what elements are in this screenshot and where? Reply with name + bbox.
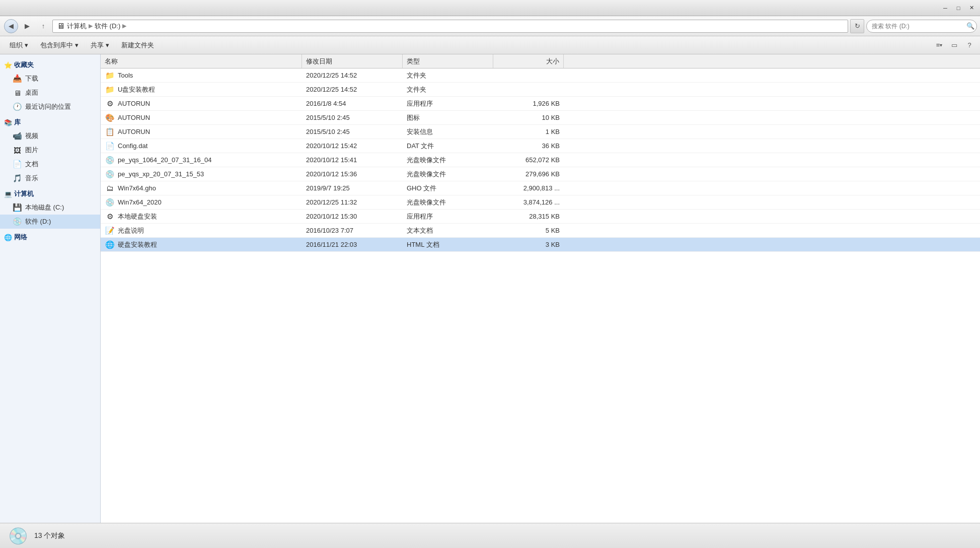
star-icon: ⭐ xyxy=(4,61,12,69)
breadcrumb-computer[interactable]: 计算机 xyxy=(67,22,87,31)
downloads-label: 下载 xyxy=(25,74,38,83)
col-header-type[interactable]: 类型 xyxy=(403,54,493,68)
documents-icon: 📄 xyxy=(12,159,22,169)
view-icon: ≡ xyxy=(936,41,940,49)
file-date-cell: 2020/10/12 15:36 xyxy=(302,167,403,181)
file-icon: ⚙ xyxy=(105,212,115,222)
file-type-cell: 光盘映像文件 xyxy=(403,195,493,209)
file-type-cell: 光盘映像文件 xyxy=(403,153,493,167)
table-row[interactable]: 🌐 硬盘安装教程 2016/11/21 22:03 HTML 文档 3 KB xyxy=(101,238,980,252)
computer-icon: 💻 xyxy=(4,190,12,198)
file-icon: 💿 xyxy=(105,169,115,179)
file-date-cell: 2016/10/23 7:07 xyxy=(302,224,403,237)
status-bar: 💿 13 个对象 xyxy=(0,523,980,548)
file-name-cell: 💿 Win7x64_2020 xyxy=(101,195,302,209)
file-size-cell: 652,072 KB xyxy=(493,153,564,167)
sidebar-computer-title[interactable]: 💻 计算机 xyxy=(0,187,100,200)
up-button[interactable]: ↑ xyxy=(36,19,50,33)
file-date-cell: 2020/12/25 14:52 xyxy=(302,83,403,96)
breadcrumb[interactable]: 🖥 计算机 ▶ 软件 (D:) ▶ xyxy=(52,20,848,33)
back-button[interactable]: ◀ xyxy=(4,19,18,33)
table-row[interactable]: 💿 pe_yqs_1064_20_07_31_16_04 2020/10/12 … xyxy=(101,153,980,167)
share-button[interactable]: 共享 ▾ xyxy=(85,38,115,52)
table-row[interactable]: 📁 Tools 2020/12/25 14:52 文件夹 xyxy=(101,68,980,83)
table-row[interactable]: 📁 U盘安装教程 2020/12/25 14:52 文件夹 xyxy=(101,83,980,97)
table-row[interactable]: ⚙ AUTORUN 2016/1/8 4:54 应用程序 1,926 KB xyxy=(101,97,980,111)
organize-button[interactable]: 组织 ▾ xyxy=(4,38,34,52)
file-icon: 📁 xyxy=(105,71,115,81)
table-row[interactable]: 🎨 AUTORUN 2015/5/10 2:45 图标 10 KB xyxy=(101,111,980,125)
breadcrumb-sep1: ▶ xyxy=(89,23,93,29)
file-date-cell: 2020/10/12 15:42 xyxy=(302,139,403,153)
file-name-cell: ⚙ 本地硬盘安装 xyxy=(101,210,302,223)
view-dropdown-button[interactable]: ≡ ▾ xyxy=(933,39,946,52)
file-name-cell: 📄 Config.dat xyxy=(101,139,302,153)
search-icon[interactable]: 🔍 xyxy=(965,21,976,32)
share-label: 共享 xyxy=(91,41,104,50)
file-size-cell: 10 KB xyxy=(493,111,564,124)
file-date-cell: 2015/5/10 2:45 xyxy=(302,125,403,139)
title-bar: ─ □ ✕ xyxy=(0,0,980,16)
preview-pane-button[interactable]: ▭ xyxy=(948,39,961,52)
sidebar-item-d-drive[interactable]: 💿 软件 (D:) xyxy=(0,215,100,229)
table-row[interactable]: 💿 pe_yqs_xp_20_07_31_15_53 2020/10/12 15… xyxy=(101,167,980,181)
sidebar-item-downloads[interactable]: 📥 下载 xyxy=(0,72,100,86)
sidebar-item-videos[interactable]: 📹 视频 xyxy=(0,129,100,143)
file-size-cell: 28,315 KB xyxy=(493,210,564,223)
sidebar-section-libraries: 📚 库 📹 视频 🖼 图片 📄 文档 🎵 音乐 xyxy=(0,116,100,185)
file-icon: 🎨 xyxy=(105,113,115,123)
sidebar-item-music[interactable]: 🎵 音乐 xyxy=(0,171,100,185)
col-header-date[interactable]: 修改日期 xyxy=(302,54,403,68)
table-row[interactable]: 📝 光盘说明 2016/10/23 7:07 文本文档 5 KB xyxy=(101,224,980,238)
sidebar-section-network: 🌐 网络 xyxy=(0,231,100,244)
file-size-cell: 36 KB xyxy=(493,139,564,153)
file-name-cell: 📝 光盘说明 xyxy=(101,224,302,237)
breadcrumb-drive[interactable]: 软件 (D:) xyxy=(95,22,120,31)
col-header-size[interactable]: 大小 xyxy=(493,54,564,68)
sidebar-item-recent[interactable]: 🕐 最近访问的位置 xyxy=(0,100,100,114)
file-name-cell: 💿 pe_yqs_1064_20_07_31_16_04 xyxy=(101,153,302,167)
file-icon: 📝 xyxy=(105,226,115,236)
pictures-label: 图片 xyxy=(25,146,38,155)
table-row[interactable]: 💿 Win7x64_2020 2020/12/25 11:32 光盘映像文件 3… xyxy=(101,195,980,210)
maximize-button[interactable]: □ xyxy=(952,3,965,14)
sidebar-item-pictures[interactable]: 🖼 图片 xyxy=(0,143,100,157)
computer-label: 计算机 xyxy=(14,189,34,198)
recent-label: 最近访问的位置 xyxy=(25,102,71,111)
forward-button[interactable]: ▶ xyxy=(20,19,34,33)
file-date-cell: 2019/9/7 19:25 xyxy=(302,181,403,195)
network-icon: 🌐 xyxy=(4,234,12,241)
downloads-icon: 📥 xyxy=(12,74,22,84)
share-dropdown-icon: ▾ xyxy=(106,41,109,49)
recent-icon: 🕐 xyxy=(12,102,22,112)
file-date-cell: 2020/10/12 15:41 xyxy=(302,153,403,167)
close-button[interactable]: ✕ xyxy=(965,3,978,14)
include-library-button[interactable]: 包含到库中 ▾ xyxy=(35,38,84,52)
minimize-button[interactable]: ─ xyxy=(939,3,952,14)
sidebar-libraries-title[interactable]: 📚 库 xyxy=(0,116,100,129)
sidebar-item-c-drive[interactable]: 💾 本地磁盘 (C:) xyxy=(0,200,100,215)
sidebar-network-title[interactable]: 🌐 网络 xyxy=(0,231,100,244)
table-row[interactable]: 🗂 Win7x64.gho 2019/9/7 19:25 GHO 文件 2,90… xyxy=(101,181,980,195)
col-header-name[interactable]: 名称 xyxy=(101,54,302,68)
file-icon: 📁 xyxy=(105,85,115,95)
file-icon: 💿 xyxy=(105,197,115,208)
file-size-cell: 5 KB xyxy=(493,224,564,237)
new-folder-label: 新建文件夹 xyxy=(121,41,154,50)
sidebar-item-desktop[interactable]: 🖥 桌面 xyxy=(0,86,100,100)
status-text: 13 个对象 xyxy=(34,531,65,540)
music-icon: 🎵 xyxy=(12,173,22,183)
table-row[interactable]: 📄 Config.dat 2020/10/12 15:42 DAT 文件 36 … xyxy=(101,139,980,153)
file-icon: 🌐 xyxy=(105,240,115,250)
help-button[interactable]: ? xyxy=(963,39,976,52)
file-name-cell: 🌐 硬盘安装教程 xyxy=(101,238,302,251)
search-input[interactable] xyxy=(866,20,977,33)
sidebar-item-documents[interactable]: 📄 文档 xyxy=(0,157,100,171)
table-row[interactable]: 📋 AUTORUN 2015/5/10 2:45 安装信息 1 KB xyxy=(101,125,980,139)
c-drive-label: 本地磁盘 (C:) xyxy=(25,203,64,212)
file-name-cell: ⚙ AUTORUN xyxy=(101,97,302,110)
new-folder-button[interactable]: 新建文件夹 xyxy=(116,38,160,52)
sidebar-favorites-title[interactable]: ⭐ 收藏夹 xyxy=(0,58,100,72)
table-row[interactable]: ⚙ 本地硬盘安装 2020/10/12 15:30 应用程序 28,315 KB xyxy=(101,210,980,224)
refresh-button[interactable]: ↻ xyxy=(850,19,864,33)
